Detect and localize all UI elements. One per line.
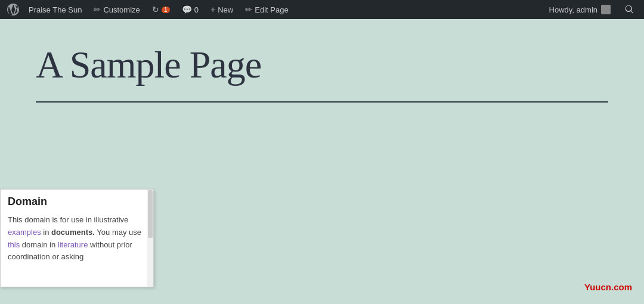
customize-item[interactable]: ✏ Customize <box>89 0 144 19</box>
panel-scrollbar[interactable] <box>147 190 153 287</box>
updates-item[interactable]: ↻ 1 <box>147 0 175 19</box>
page-content: A Sample Page Domain This domain is for … <box>0 19 644 304</box>
updates-icon: ↻ <box>152 5 159 14</box>
customize-icon: ✏ <box>94 5 101 14</box>
greeting-text: Howdy, admin <box>549 5 597 14</box>
site-name-label: Praise The Sun <box>29 5 82 14</box>
watermark-text: Yuucn.com <box>584 282 632 292</box>
admin-greeting[interactable]: Howdy, admin <box>544 5 615 14</box>
customize-label: Customize <box>103 5 140 14</box>
page-divider <box>36 101 608 103</box>
admin-avatar <box>601 5 611 14</box>
comments-count: 0 <box>194 5 199 14</box>
edit-page-item[interactable]: ✏ Edit Page <box>240 0 293 19</box>
admin-bar: Praise The Sun ✏ Customize ↻ 1 💬 0 + New… <box>0 0 644 19</box>
plus-icon: + <box>210 5 215 14</box>
panel-body: This domain is for use in illustrative e… <box>1 212 153 269</box>
this-link[interactable]: this <box>8 240 20 249</box>
new-label: New <box>218 5 233 14</box>
adminbar-right: Howdy, admin <box>544 0 639 19</box>
wordpress-logo[interactable] <box>5 0 21 19</box>
examples-link[interactable]: examples <box>8 228 41 237</box>
edit-page-icon: ✏ <box>245 5 252 14</box>
watermark: Yuucn.com <box>584 282 632 292</box>
edit-page-label: Edit Page <box>255 5 288 14</box>
embedded-panel: Domain This domain is for use in illustr… <box>0 189 154 287</box>
adminbar-left: Praise The Sun ✏ Customize ↻ 1 💬 0 + New… <box>5 0 544 19</box>
scrollbar-thumb <box>148 190 153 238</box>
comments-item[interactable]: 💬 0 <box>177 0 203 19</box>
search-button[interactable] <box>620 0 639 19</box>
page-title: A Sample Page <box>36 43 608 87</box>
literature-link[interactable]: literature <box>58 240 88 249</box>
documents-bold: documents. <box>51 228 95 237</box>
new-item[interactable]: + New <box>206 0 238 19</box>
panel-header: Domain <box>1 190 153 212</box>
updates-badge: 1 <box>162 7 170 13</box>
site-name-item[interactable]: Praise The Sun <box>24 0 86 19</box>
comments-icon: 💬 <box>182 5 192 14</box>
